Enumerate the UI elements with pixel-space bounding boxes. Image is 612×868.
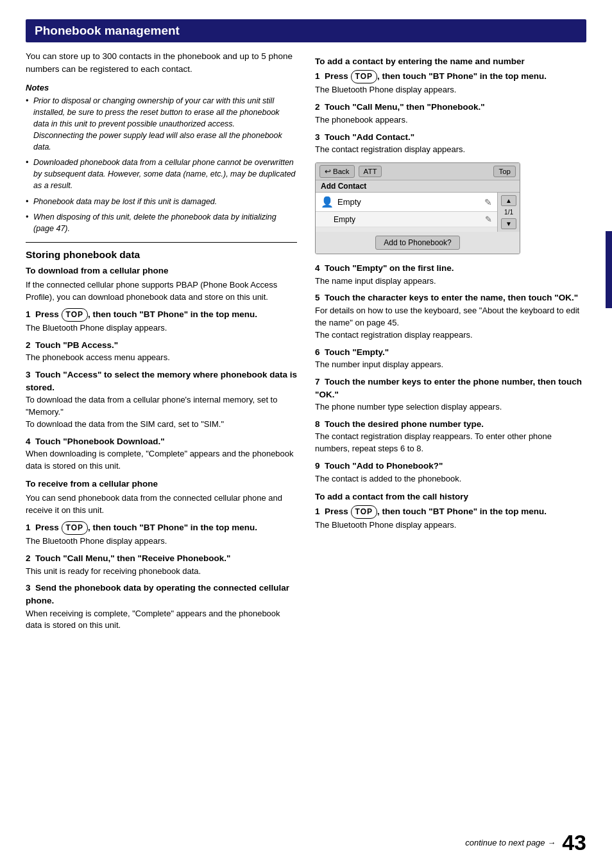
add-contact-step-5-desc: For details on how to use the keyboard, …: [315, 305, 586, 342]
note-item: Downloaded phonebook data from a cellula…: [26, 157, 297, 191]
pb-up-arrow-button[interactable]: ▲: [501, 195, 516, 206]
receive-step-3: 3 Send the phonebook data by operating t…: [26, 582, 297, 632]
download-step-2-desc: The phonebook access menu appears.: [26, 352, 297, 364]
pb-down-arrow-button[interactable]: ▼: [501, 218, 516, 229]
add-contact-step-1: 1 Press TOP, then touch "BT Phone" in th…: [315, 70, 586, 96]
top-button-ref2: TOP: [62, 521, 88, 535]
pb-att-button[interactable]: ATT: [359, 166, 382, 177]
receive-intro: You can send phonebook data from the con…: [26, 492, 297, 517]
pb-contacts-area: 👤 Empty ✎ Empty ✎: [316, 193, 497, 232]
pb-add-to-phonebook-button[interactable]: Add to Phonebook?: [375, 236, 459, 250]
call-history-step-1-desc: The Bluetooth Phone display appears.: [315, 519, 586, 532]
note-item: Phonebook data may be lost if this unit …: [26, 196, 297, 207]
pb-subrow-name: Empty: [334, 215, 485, 224]
right-column: To add a contact by entering the name an…: [315, 50, 586, 637]
download-step-3-desc: To download the data from a cellular pho…: [26, 394, 297, 431]
call-history-steps: 1 Press TOP, then touch "BT Phone" in th…: [315, 505, 586, 532]
receive-subsection-heading: To receive from a cellular phone: [26, 479, 297, 489]
call-history-heading: To add a contact from the call history: [315, 492, 586, 501]
download-steps: 1 Press TOP, then touch "BT Phone" in th…: [26, 308, 297, 473]
page: Phonebook management You can store up to…: [0, 0, 612, 868]
intro-text: You can store up to 300 contacts in the …: [26, 50, 297, 76]
person-icon: 👤: [321, 196, 334, 208]
download-step-2: 2 Touch "PB Access." The phonebook acces…: [26, 339, 297, 364]
add-contact-step-7-desc: The phone number type selection display …: [315, 401, 586, 413]
top-button-ref3: TOP: [351, 70, 377, 83]
add-contact-step-1-desc: The Bluetooth Phone display appears.: [315, 84, 586, 96]
pb-body: 👤 Empty ✎ Empty ✎ ▲ 1/1 ▼: [316, 193, 520, 232]
right-accent-bar: [606, 231, 612, 308]
section-divider: [26, 242, 297, 243]
add-contact-step-2: 2 Touch "Call Menu," then "Phonebook." T…: [315, 101, 586, 126]
pb-back-label: Back: [333, 168, 350, 175]
add-contact-step-6: 6 Touch "Empty." The number input displa…: [315, 346, 586, 371]
pb-top-button[interactable]: Top: [493, 166, 516, 177]
receive-step-2: 2 Touch "Call Menu," then "Receive Phone…: [26, 552, 297, 577]
add-contact-step-9-desc: The contact is added to the phonebook.: [315, 473, 586, 485]
add-contact-step-7: 7 Touch the number keys to enter the pho…: [315, 376, 586, 413]
add-contact-heading: To add a contact by entering the name an…: [315, 56, 586, 66]
top-button-ref: TOP: [62, 308, 88, 322]
receive-step-1-desc: The Bluetooth Phone display appears.: [26, 535, 297, 548]
page-title: Phonebook management: [26, 19, 586, 42]
receive-step-3-desc: When receiving is complete, "Complete" a…: [26, 608, 297, 632]
add-contact-step-4-desc: The name input display appears.: [315, 275, 586, 288]
add-contact-step-9: 9 Touch "Add to Phonebook?" The contact …: [315, 460, 586, 485]
pencil-icon: ✎: [484, 197, 492, 207]
add-contact-step-8: 8 Touch the desired phone number type. T…: [315, 418, 586, 455]
add-contact-step-8-desc: The contact registration display reappea…: [315, 431, 586, 455]
note-item: Prior to disposal or changing ownership …: [26, 95, 297, 153]
pb-topbar: ↩ Back ATT Top: [316, 163, 520, 180]
pb-page-indicator: 1/1: [504, 209, 513, 216]
receive-steps: 1 Press TOP, then touch "BT Phone" in th…: [26, 521, 297, 632]
download-step-3: 3 Touch "Access" to select the memory wh…: [26, 369, 297, 431]
notes-heading: Notes: [26, 83, 297, 92]
add-contact-step-6-desc: The number input display appears.: [315, 359, 586, 371]
pb-add-contact-title: Add Contact: [316, 180, 520, 193]
pb-contact-name: Empty: [337, 197, 484, 207]
pb-contact-row-1[interactable]: 👤 Empty ✎: [316, 193, 497, 212]
pb-footer: Add to Phonebook?: [316, 232, 520, 254]
download-step-1: 1 Press TOP, then touch "BT Phone" in th…: [26, 308, 297, 334]
add-contact-step-3: 3 Touch "Add Contact." The contact regis…: [315, 131, 586, 156]
pb-right-controls: ▲ 1/1 ▼: [497, 193, 520, 232]
continue-text: continue to next page →: [465, 838, 556, 847]
add-contact-step-4: 4 Touch "Empty" on the first line. The n…: [315, 262, 586, 287]
phonebook-ui-mockup: ↩ Back ATT Top Add Contact 👤 Empty ✎: [315, 162, 520, 254]
add-contact-steps2: 4 Touch "Empty" on the first line. The n…: [315, 262, 586, 485]
notes-list: Prior to disposal or changing ownership …: [26, 95, 297, 234]
note-item: When disposing of this unit, delete the …: [26, 211, 297, 234]
storing-section-heading: Storing phonebook data: [26, 249, 297, 261]
download-intro: If the connected cellular phone supports…: [26, 279, 297, 304]
add-contact-step-2-desc: The phonebook appears.: [315, 114, 586, 126]
pb-subrow-1[interactable]: Empty ✎: [316, 212, 497, 227]
pencil-icon-sub: ✎: [485, 214, 492, 224]
call-history-step-1: 1 Press TOP, then touch "BT Phone" in th…: [315, 505, 586, 532]
page-footer: continue to next page → 43: [465, 830, 586, 855]
top-button-ref4: TOP: [351, 505, 377, 519]
left-column: You can store up to 300 contacts in the …: [26, 50, 297, 637]
back-arrow-icon: ↩: [325, 167, 331, 176]
add-contact-steps: 1 Press TOP, then touch "BT Phone" in th…: [315, 70, 586, 156]
receive-step-1: 1 Press TOP, then touch "BT Phone" in th…: [26, 521, 297, 548]
download-subsection-heading: To download from a cellular phone: [26, 266, 297, 275]
download-step-4: 4 Touch "Phonebook Download." When downl…: [26, 435, 297, 473]
add-contact-step-3-desc: The contact registration display appears…: [315, 144, 586, 156]
pb-back-button[interactable]: ↩ Back: [319, 165, 355, 178]
receive-step-2-desc: This unit is ready for receiving phonebo…: [26, 566, 297, 578]
page-number: 43: [562, 830, 586, 855]
download-step-4-desc: When downloading is complete, "Complete"…: [26, 448, 297, 473]
add-contact-step-5: 5 Touch the character keys to enter the …: [315, 291, 586, 341]
download-step-1-desc: The Bluetooth Phone display appears.: [26, 322, 297, 334]
